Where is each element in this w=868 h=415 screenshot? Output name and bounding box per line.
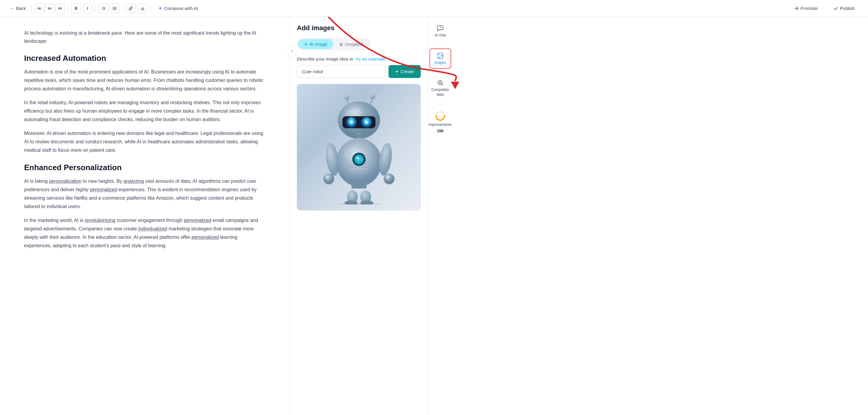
panel-title: Add images bbox=[297, 24, 421, 32]
editor-area[interactable]: AI technology is evolving at a breakneck… bbox=[0, 17, 289, 415]
svg-point-30 bbox=[365, 120, 366, 122]
image-source-tabs: ✦ AI image ⊞ Unsplash bbox=[297, 38, 371, 50]
images-label: Images bbox=[434, 61, 446, 65]
sidebar-item-improvements[interactable]: Improvements 150 bbox=[430, 107, 451, 136]
create-label: Create bbox=[401, 69, 414, 74]
sidebar-divider-3 bbox=[434, 104, 446, 104]
h2-button[interactable]: H2 bbox=[45, 4, 55, 13]
competitor-label: Competitor data bbox=[431, 88, 449, 97]
sidebar-item-competitor[interactable]: Competitor data bbox=[430, 76, 451, 100]
ai-image-tab[interactable]: ✦ AI image bbox=[298, 39, 333, 49]
clear-format-button[interactable]: A bbox=[137, 4, 147, 13]
svg-rect-32 bbox=[356, 133, 361, 135]
unsplash-tab[interactable]: ⊞ Unsplash bbox=[333, 39, 370, 49]
compose-label: Compose with AI bbox=[164, 6, 198, 11]
improvements-count: 150 bbox=[437, 129, 444, 134]
svg-point-37 bbox=[354, 154, 364, 164]
unordered-list-button[interactable] bbox=[110, 4, 120, 13]
svg-point-10 bbox=[113, 9, 114, 10]
add-images-content: Add images ✦ AI image ⊞ Unsplash Describ… bbox=[290, 17, 428, 415]
bold-button[interactable]: B bbox=[71, 4, 81, 13]
toolbar-divider-5 bbox=[150, 5, 150, 12]
svg-rect-40 bbox=[350, 171, 367, 173]
back-label: Back bbox=[16, 6, 26, 11]
ai-chat-label: AI chat bbox=[435, 33, 446, 38]
svg-line-13 bbox=[143, 7, 144, 10]
main-content: AI technology is evolving at a breakneck… bbox=[0, 17, 868, 415]
promote-button[interactable]: Promote bbox=[789, 4, 823, 13]
toolbar-right: Promote Publish bbox=[789, 3, 861, 13]
svg-marker-15 bbox=[451, 81, 459, 89]
publish-label: Publish bbox=[840, 6, 855, 11]
unsplash-tab-icon: ⊞ bbox=[339, 42, 343, 47]
publish-button[interactable]: Publish bbox=[827, 3, 861, 13]
svg-point-52 bbox=[335, 203, 383, 205]
back-button[interactable]: ← Back bbox=[7, 4, 28, 13]
svg-rect-47 bbox=[351, 185, 367, 188]
svg-point-53 bbox=[440, 27, 441, 27]
publish-icon bbox=[833, 6, 838, 11]
generated-robot-image bbox=[297, 84, 421, 210]
section1-p2: In the retail industry, AI-powered robot… bbox=[24, 99, 265, 124]
h1-button[interactable]: H1 bbox=[35, 4, 44, 13]
svg-point-17 bbox=[344, 95, 349, 100]
compose-ai-button[interactable]: ✦ Compose with AI bbox=[153, 3, 203, 13]
create-image-button[interactable]: ✦ Create bbox=[389, 65, 421, 78]
image-describe-text: Describe your image idea or try an examp… bbox=[297, 56, 421, 62]
toolbar-left: ← Back H1 H2 H3 B I 123 A ✦ Compose with… bbox=[7, 3, 786, 13]
svg-point-42 bbox=[323, 173, 334, 184]
svg-point-6 bbox=[113, 7, 114, 7]
image-description-input[interactable] bbox=[297, 65, 385, 78]
svg-rect-31 bbox=[354, 131, 364, 133]
section1-heading: Increased Automation bbox=[24, 54, 265, 63]
section2-heading: Enhanced Personalization bbox=[24, 163, 265, 172]
toolbar-divider-1 bbox=[31, 5, 32, 12]
collapse-panel-button[interactable]: » bbox=[288, 46, 296, 57]
heading-buttons: H1 H2 H3 bbox=[35, 4, 65, 13]
right-sidebar: AI chat Images Competitor data bbox=[428, 17, 452, 415]
svg-line-57 bbox=[441, 84, 443, 86]
unsplash-tab-label: Unsplash bbox=[345, 41, 364, 47]
image-input-row: ✦ Create bbox=[297, 65, 421, 78]
competitor-icon bbox=[437, 79, 444, 87]
sidebar-divider-2 bbox=[434, 72, 446, 73]
svg-rect-39 bbox=[349, 168, 369, 170]
ai-chat-icon bbox=[437, 25, 444, 32]
promote-label: Promote bbox=[801, 6, 818, 11]
editor-intro: AI technology is evolving at a breakneck… bbox=[24, 29, 265, 45]
section2-p2: In the marketing world, AI is revolution… bbox=[24, 216, 265, 250]
robot-illustration bbox=[311, 90, 407, 205]
svg-point-8 bbox=[113, 8, 114, 9]
italic-button[interactable]: I bbox=[83, 4, 92, 13]
ordered-list-button[interactable]: 123 bbox=[98, 4, 108, 13]
image-panel: Add images ✦ AI image ⊞ Unsplash Describ… bbox=[289, 17, 428, 415]
compose-icon: ✦ bbox=[158, 5, 162, 11]
link-button[interactable] bbox=[126, 4, 135, 13]
section1-p3: Moreover, AI-driven automation is enteri… bbox=[24, 129, 265, 154]
section1-p1: Automation is one of the most prominent … bbox=[24, 68, 265, 93]
svg-point-19 bbox=[370, 94, 375, 99]
improvements-label: Improvements bbox=[429, 123, 452, 127]
toolbar-divider-4 bbox=[123, 5, 123, 12]
toolbar-divider-2 bbox=[68, 5, 68, 12]
svg-point-43 bbox=[325, 176, 329, 179]
svg-text:A: A bbox=[140, 7, 143, 10]
svg-point-55 bbox=[439, 54, 440, 55]
back-arrow-icon: ← bbox=[10, 6, 14, 11]
sidebar-item-images[interactable]: Images bbox=[430, 48, 451, 69]
main-toolbar: ← Back H1 H2 H3 B I 123 A ✦ Compose with… bbox=[0, 0, 868, 17]
section2-p1: AI is taking personalization to new heig… bbox=[24, 177, 265, 211]
try-example-link[interactable]: try an example bbox=[356, 56, 385, 62]
h3-button[interactable]: H3 bbox=[55, 4, 65, 13]
sidebar-item-ai-chat[interactable]: AI chat bbox=[430, 22, 451, 41]
promote-icon bbox=[794, 6, 799, 11]
svg-point-38 bbox=[356, 156, 359, 159]
sidebar-divider-1 bbox=[434, 44, 446, 45]
ai-image-tab-icon: ✦ bbox=[304, 42, 308, 47]
svg-text:3: 3 bbox=[101, 9, 102, 10]
images-icon bbox=[437, 52, 444, 59]
svg-point-46 bbox=[385, 176, 389, 179]
svg-point-26 bbox=[350, 120, 351, 122]
improvements-circle-container bbox=[435, 110, 446, 122]
svg-point-45 bbox=[384, 173, 395, 184]
